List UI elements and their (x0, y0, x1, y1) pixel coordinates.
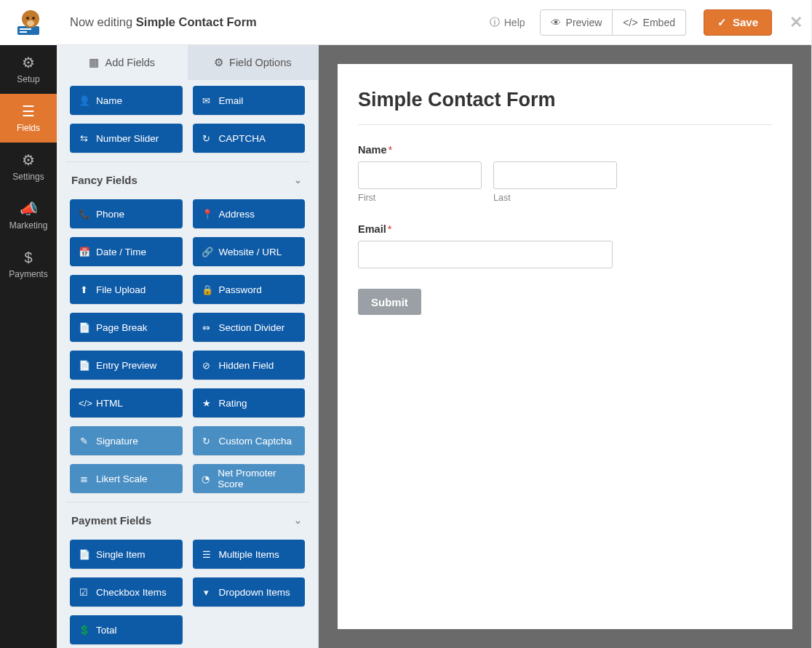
tab-field-options[interactable]: ⚙Field Options (188, 45, 319, 80)
field-net-promoter-score[interactable]: ◔Net Promoter Score (193, 464, 306, 493)
svg-point-4 (26, 17, 29, 20)
field-label: CAPTCHA (219, 133, 266, 144)
field-label: Dropdown Items (219, 587, 290, 598)
logo (0, 0, 57, 45)
field-icon: ☑ (79, 587, 89, 598)
field-label: Multiple Items (219, 549, 279, 560)
nav-payments[interactable]: $Payments (0, 240, 57, 289)
field-hidden-field[interactable]: ⊘Hidden Field (193, 351, 306, 380)
first-name-input[interactable] (358, 161, 482, 189)
field-icon: 📄 (79, 322, 89, 333)
field-date-time[interactable]: 📅Date / Time (70, 237, 183, 266)
preview-button[interactable]: 👁Preview (540, 9, 613, 36)
dollar-icon: $ (24, 250, 32, 265)
field-icon: 📄 (79, 360, 89, 371)
field-label: Name (96, 95, 122, 106)
field-signature[interactable]: ✎Signature (70, 426, 183, 455)
field-email[interactable]: ✉Email (193, 86, 306, 115)
field-icon: 💲 (79, 625, 89, 636)
field-icon: ◔ (202, 473, 211, 484)
field-label: Signature (96, 436, 138, 447)
code-icon: </> (623, 17, 637, 28)
nav-setup[interactable]: ⚙Setup (0, 45, 57, 94)
field-section-divider[interactable]: ⇔Section Divider (193, 313, 306, 342)
field-label: Single Item (96, 549, 146, 560)
field-number-slider[interactable]: ⇆Number Slider (70, 124, 183, 153)
nav-label: Setup (17, 74, 39, 84)
embed-button[interactable]: </>Embed (613, 9, 686, 36)
field-label: Section Divider (219, 322, 285, 333)
field-label: Number Slider (96, 133, 159, 144)
nav-label: Payments (9, 269, 47, 279)
form-title: Simple Contact Form (358, 89, 772, 111)
close-button[interactable]: ✕ (789, 13, 803, 32)
field-total[interactable]: 💲Total (70, 615, 183, 644)
nav-label: Settings (12, 172, 44, 182)
field-page-break[interactable]: 📄Page Break (70, 313, 183, 342)
field-checkbox-items[interactable]: ☑Checkbox Items (70, 577, 183, 607)
submit-button[interactable]: Submit (358, 289, 421, 315)
field-password[interactable]: 🔒Password (193, 275, 306, 304)
chevron-down-icon: ⌄ (294, 175, 302, 185)
sliders-icon: ⚙ (22, 153, 35, 167)
field-address[interactable]: 📍Address (193, 199, 306, 228)
field-website-url[interactable]: 🔗Website / URL (193, 237, 306, 266)
svg-point-6 (27, 20, 34, 26)
field-phone[interactable]: 📞Phone (70, 199, 183, 228)
email-input[interactable] (358, 241, 613, 268)
field-icon: 📅 (79, 247, 89, 257)
field-custom-captcha[interactable]: ↻Custom Captcha (193, 426, 306, 455)
left-sidebar: ⚙Setup ☰Fields ⚙Settings 📣Marketing $Pay… (0, 0, 57, 648)
field-label: Hidden Field (219, 360, 274, 371)
field-label: Password (219, 284, 262, 295)
tab-add-fields[interactable]: ▦Add Fields (57, 45, 188, 80)
nav-fields[interactable]: ☰Fields (0, 94, 57, 143)
last-name-input[interactable] (493, 161, 617, 189)
field-icon: ☰ (202, 549, 212, 560)
bullhorn-icon: 📣 (20, 201, 38, 216)
field-single-item[interactable]: 📄Single Item (70, 540, 183, 569)
field-file-upload[interactable]: ⬆File Upload (70, 275, 183, 304)
field-rating[interactable]: ★Rating (193, 388, 306, 417)
editing-prefix: Now editing (70, 15, 132, 28)
field-icon: ★ (202, 398, 212, 409)
field-label: HTML (96, 398, 123, 409)
eye-icon: 👁 (551, 17, 561, 28)
field-entry-preview[interactable]: 📄Entry Preview (70, 351, 183, 380)
field-icon: ▾ (202, 587, 212, 598)
field-icon: ↻ (202, 133, 212, 144)
list-icon: ☰ (22, 104, 35, 119)
field-label: Custom Captcha (219, 436, 292, 447)
form-name: Simple Contact Form (136, 15, 257, 28)
field-label: Page Break (96, 322, 148, 333)
nav-marketing[interactable]: 📣Marketing (0, 191, 57, 240)
field-label: Email (219, 95, 244, 106)
field-dropdown-items[interactable]: ▾Dropdown Items (193, 577, 306, 607)
field-icon: ⊘ (202, 360, 212, 371)
field-label: Website / URL (219, 247, 282, 257)
section-fancy-fields[interactable]: Fancy Fields⌄ (65, 161, 309, 195)
name-label: Name* (358, 144, 772, 156)
field-icon: 📞 (79, 209, 89, 220)
field-label: Rating (219, 398, 247, 409)
nav-settings[interactable]: ⚙Settings (0, 143, 57, 191)
nav-label: Fields (17, 123, 40, 133)
svg-rect-1 (20, 28, 31, 30)
field-label: Net Promoter Score (218, 468, 296, 489)
field-name[interactable]: 👤Name (70, 86, 183, 115)
field-icon: ⇆ (79, 133, 89, 144)
section-payment-fields[interactable]: Payment Fields⌄ (65, 502, 309, 535)
sliders-icon: ⚙ (214, 57, 223, 68)
field-label: Checkbox Items (96, 587, 167, 598)
first-sublabel: First (358, 193, 482, 203)
field-icon: ≣ (79, 473, 89, 484)
field-html[interactable]: </>HTML (70, 388, 183, 417)
field-label: Likert Scale (96, 473, 148, 484)
field-captcha[interactable]: ↻CAPTCHA (193, 124, 306, 153)
field-multiple-items[interactable]: ☰Multiple Items (193, 540, 306, 569)
chevron-down-icon: ⌄ (294, 515, 302, 526)
field-likert-scale[interactable]: ≣Likert Scale (70, 464, 183, 493)
save-button[interactable]: ✓Save (704, 9, 772, 36)
help-link[interactable]: ⓘHelp (482, 16, 533, 29)
field-icon: 📍 (202, 209, 212, 220)
